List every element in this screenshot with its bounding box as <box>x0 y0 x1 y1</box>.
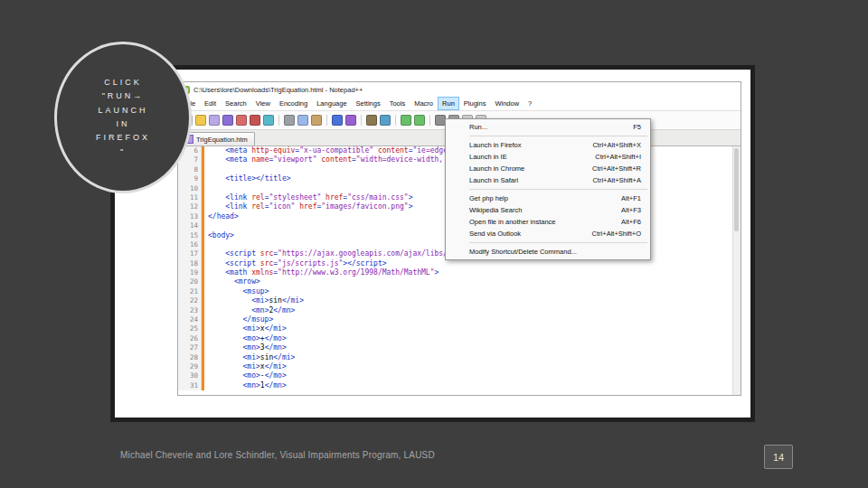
line-number: 24 <box>178 315 202 324</box>
code-line: 30 <mo>-</mo> <box>178 371 741 380</box>
redo-icon[interactable] <box>345 115 356 126</box>
menu-search[interactable]: Search <box>221 97 251 110</box>
code-line: 29 <mi>x</mi> <box>178 362 741 371</box>
close-all-icon[interactable] <box>250 115 260 126</box>
code-text: <msup> <box>204 287 741 296</box>
line-number: 15 <box>178 231 202 240</box>
run-menu-item-open-file-in-another-instance[interactable]: Open file in another instanceAlt+F6 <box>446 216 650 228</box>
cut-icon[interactable] <box>284 115 295 126</box>
menu-item-label: Launch in Firefox <box>469 141 522 149</box>
code-line: 19 <math xmlns="http://www.w3.org/1998/M… <box>178 268 741 277</box>
menu-item-label: Wikipedia Search <box>469 206 522 214</box>
menu-item-label: Get php help <box>469 194 508 202</box>
menu-macro[interactable]: Macro <box>410 97 438 110</box>
code-text: <mi>sin</mi> <box>204 296 741 305</box>
vertical-scrollbar[interactable] <box>732 146 741 396</box>
run-menu-item-launch-in-chrome[interactable]: Launch in ChromeCtrl+Alt+Shift+R <box>446 163 650 174</box>
code-line: 18 <script src="js/scripts.js"></script> <box>178 259 741 268</box>
code-line: 20 <mrow> <box>178 277 741 286</box>
run-menu-item-launch-in-ie[interactable]: Launch in IECtrl+Alt+Shift+I <box>446 151 650 163</box>
menu-plugins[interactable]: Plugins <box>459 97 491 110</box>
tab-label: TrigEquation.htm <box>196 136 248 144</box>
circle-callout: CLICK "RUN→ LAUNCH IN FIREFOX " <box>54 42 192 193</box>
replace-icon[interactable] <box>380 115 391 126</box>
run-menu-item-wikipedia-search[interactable]: Wikipedia SearchAlt+F3 <box>446 204 650 216</box>
menu-tools[interactable]: Tools <box>385 97 410 110</box>
code-line: 22 <mi>sin</mi> <box>178 296 741 305</box>
menu-item-label: Launch in IE <box>469 153 507 161</box>
line-number: 21 <box>178 287 202 296</box>
code-text: <mn>2</mn> <box>204 306 741 315</box>
line-number: 8 <box>178 165 202 174</box>
menu-encoding[interactable]: Encoding <box>275 97 312 110</box>
undo-icon[interactable] <box>332 115 343 126</box>
copy-icon[interactable] <box>297 115 308 126</box>
line-number: 26 <box>178 334 202 343</box>
menu-item-label: Run... <box>469 123 487 131</box>
line-number: 27 <box>178 343 202 352</box>
run-menu-item-run[interactable]: Run...F5 <box>446 121 650 133</box>
menu-item-shortcut: Alt+F1 <box>621 194 641 202</box>
print-icon[interactable] <box>263 115 274 126</box>
circle-callout-text: CLICK "RUN→ LAUNCH IN FIREFOX " <box>96 76 150 159</box>
scrollbar-thumb[interactable] <box>734 148 739 231</box>
run-menu-item-send-via-outlook[interactable]: Send via OutlookCtrl+Alt+Shift+O <box>446 228 650 239</box>
line-number: 22 <box>178 296 202 305</box>
titlebar[interactable]: N C:\Users\lore\Downloads\TrigEquation.h… <box>178 82 741 97</box>
code-text: <mrow> <box>204 277 741 286</box>
code-line: 28 <mi>sin</mi> <box>178 353 741 362</box>
menu-item-label: Open file in another instance <box>469 218 555 226</box>
line-number: 14 <box>178 221 202 230</box>
menu-run[interactable]: Run <box>438 97 459 110</box>
run-menu-item-launch-in-firefox[interactable]: Launch in FirefoxCtrl+Alt+Shift+X <box>446 139 650 151</box>
run-menu-item-launch-in-safari[interactable]: Launch in SafariCtrl+Alt+Shift+A <box>446 174 650 186</box>
zoom-out-icon[interactable] <box>414 115 425 126</box>
line-number: 19 <box>178 268 202 277</box>
menu-item-label: Modify Shortcut/Delete Command... <box>469 248 577 256</box>
menu-edit[interactable]: Edit <box>200 97 221 110</box>
paste-icon[interactable] <box>311 115 322 126</box>
line-number: 18 <box>178 259 202 268</box>
code-line: 23 <mn>2</mn> <box>178 306 741 315</box>
line-number: 12 <box>178 202 202 211</box>
menu-view[interactable]: View <box>251 97 275 110</box>
screenshot-frame: N C:\Users\lore\Downloads\TrigEquation.h… <box>110 65 755 422</box>
menu-item-shortcut: Ctrl+Alt+Shift+A <box>592 176 641 184</box>
zoom-in-icon[interactable] <box>401 115 411 126</box>
run-menu-item-modify-shortcut-delete-command[interactable]: Modify Shortcut/Delete Command... <box>446 246 650 258</box>
close-icon[interactable] <box>236 115 247 126</box>
menu-language[interactable]: Language <box>312 97 351 110</box>
line-number: 10 <box>178 184 202 193</box>
line-number: 31 <box>178 381 202 390</box>
line-number: 17 <box>178 249 202 258</box>
menu-item-shortcut: Ctrl+Alt+Shift+O <box>592 230 641 238</box>
line-number: 11 <box>178 193 202 202</box>
tab-trigequation[interactable]: TrigEquation.htm <box>180 132 255 145</box>
line-number: 16 <box>178 240 202 249</box>
save-icon[interactable] <box>209 115 220 126</box>
code-line: 25 <mi>x</mi> <box>178 324 741 333</box>
save-all-icon[interactable] <box>222 115 233 126</box>
find-icon[interactable] <box>366 115 377 126</box>
run-menu-item-get-php-help[interactable]: Get php helpAlt+F1 <box>446 192 650 204</box>
open-folder-icon[interactable] <box>195 115 206 126</box>
line-number: 7 <box>178 155 202 164</box>
menu-separator <box>469 242 647 243</box>
line-number: 9 <box>178 174 202 183</box>
code-text: <math xmlns="http://www.w3.org/1998/Math… <box>204 268 741 277</box>
code-text: <mo>+</mo> <box>204 334 741 343</box>
menu-window[interactable]: Window <box>490 97 524 110</box>
menu-[interactable]: ? <box>524 97 536 110</box>
menu-settings[interactable]: Settings <box>352 97 385 110</box>
menu-item-shortcut: F5 <box>633 123 641 131</box>
line-number: 29 <box>178 362 202 371</box>
line-number: 23 <box>178 306 202 315</box>
line-number: 25 <box>178 324 202 333</box>
code-line: 31 <mn>1</mn> <box>178 381 741 390</box>
menu-bar: FileEditSearchViewEncodingLanguageSettin… <box>178 97 741 110</box>
menu-item-shortcut: Alt+F3 <box>621 206 641 214</box>
code-line: 27 <mn>3</mn> <box>178 343 741 352</box>
toolbar-separator <box>361 115 362 126</box>
menu-item-label: Launch in Safari <box>469 176 518 184</box>
code-line: 24 </msup> <box>178 315 741 324</box>
